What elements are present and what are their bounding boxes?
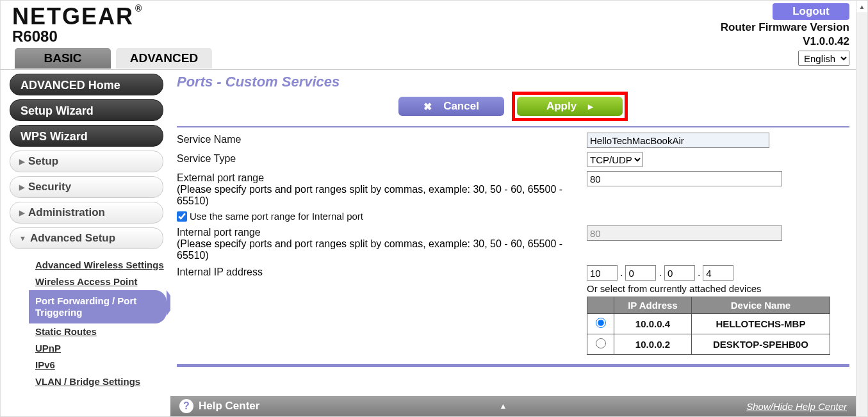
radio-device-2[interactable]: [596, 338, 606, 348]
input-ip-oct-2[interactable]: [625, 265, 656, 281]
cell-ip-2: 10.0.0.2: [614, 334, 692, 355]
dev-th-select: [587, 297, 614, 314]
chevron-right-icon: [19, 151, 24, 172]
apply-label: Apply: [546, 100, 577, 113]
input-ip-oct-3[interactable]: [664, 265, 695, 281]
dev-th-name: Device Name: [691, 297, 830, 314]
help-icon: ?: [179, 399, 193, 413]
device-table: IP Address Device Name 10.0.0.4 HELLOTEC…: [587, 297, 830, 355]
tab-basic[interactable]: BASIC: [15, 48, 111, 69]
input-service-name[interactable]: [587, 133, 769, 148]
checkbox-same-port[interactable]: [177, 211, 187, 222]
same-port-row: Use the same port range for Internal por…: [177, 211, 849, 222]
sidebar: ADVANCED Home Setup Wizard WPS Wizard Se…: [1, 70, 170, 416]
ip-dot: .: [698, 267, 700, 279]
label-int-port: Internal port range: [177, 225, 587, 238]
label-same-port: Use the same port range for Internal por…: [190, 211, 363, 222]
cell-name-2: DESKTOP-SPEHB0O: [691, 334, 830, 355]
chevron-right-icon: [19, 202, 24, 224]
sidebar-item-label: Advanced Setup: [30, 227, 115, 249]
sidebar-item-advanced-home[interactable]: ADVANCED Home: [10, 74, 163, 95]
sidebar-item-advanced-setup[interactable]: Advanced Setup: [10, 227, 163, 249]
sidebar-item-setup-wizard[interactable]: Setup Wizard: [10, 99, 163, 121]
tab-advanced[interactable]: ADVANCED: [116, 48, 212, 69]
help-bar: ? Help Center ▲ Show/Hide Help Center: [170, 396, 856, 416]
label-service-name: Service Name: [177, 133, 587, 145]
subnav-static-routes[interactable]: Static Routes: [35, 323, 165, 340]
sidebar-item-setup[interactable]: Setup: [10, 151, 163, 172]
chevron-right-icon: [19, 176, 24, 198]
language-select[interactable]: English: [798, 51, 849, 66]
table-row: 10.0.0.2 DESKTOP-SPEHB0O: [587, 334, 830, 355]
label-ext-port: External port range: [177, 171, 587, 184]
input-ip-oct-1[interactable]: [587, 265, 618, 281]
firmware-version: V1.0.0.42: [803, 35, 849, 48]
form-grid: Service Name Service Type TCP/UDP Extern…: [177, 133, 849, 355]
select-service-type[interactable]: TCP/UDP: [587, 152, 643, 167]
button-row: ✖ Cancel Apply ▶: [177, 92, 849, 127]
logo-text: NETGEAR®: [12, 3, 143, 30]
help-left: ? Help Center: [179, 399, 259, 413]
separator: [177, 364, 849, 367]
sidebar-item-label: Security: [28, 176, 71, 198]
label-service-type: Service Type: [177, 152, 587, 165]
tabs: BASIC ADVANCED: [15, 48, 212, 69]
note-ext-port: (Please specify ports and port ranges sp…: [177, 184, 587, 207]
subnav-adv-wireless[interactable]: Advanced Wireless Settings: [35, 257, 165, 274]
logo-registered-icon: ®: [135, 3, 143, 13]
subnav-port-forwarding[interactable]: Port Forwarding / Port Triggering: [29, 290, 167, 323]
ext-port-block: External port range (Please specify port…: [177, 171, 587, 207]
viewport: NETGEAR® R6080 Logout Router Firmware Ve…: [0, 0, 868, 417]
subnav-wireless-ap[interactable]: Wireless Access Point: [35, 274, 165, 290]
logout-button[interactable]: Logout: [773, 3, 849, 20]
chevron-up-icon[interactable]: ▲: [499, 402, 507, 411]
cell-ip-1: 10.0.0.4: [614, 314, 692, 334]
help-toggle-link[interactable]: Show/Hide Help Center: [746, 401, 847, 412]
int-port-block: Internal port range (Please specify port…: [177, 225, 587, 261]
input-ip-oct-4[interactable]: [703, 265, 733, 281]
close-icon: ✖: [423, 101, 432, 113]
input-ext-port[interactable]: [587, 171, 782, 186]
tab-row: BASIC ADVANCED English: [1, 48, 856, 69]
subnav-upnp[interactable]: UPnP: [35, 340, 165, 357]
chevron-down-icon: [19, 227, 26, 249]
sidebar-item-administration[interactable]: Administration: [10, 202, 163, 224]
dev-th-ip: IP Address: [614, 297, 692, 314]
sidebar-item-label: Administration: [28, 202, 105, 224]
panel-title: Ports - Custom Services: [177, 74, 849, 90]
help-title: Help Center: [199, 400, 259, 413]
model-number: R6080: [12, 28, 143, 45]
or-select-text: Or select from currently attached device…: [587, 283, 849, 294]
content-area: NETGEAR® R6080 Logout Router Firmware Ve…: [1, 1, 856, 416]
scrollbar-track[interactable]: [856, 12, 867, 416]
label-int-ip: Internal IP address: [177, 265, 587, 278]
play-icon: ▶: [588, 103, 593, 110]
logo-block: NETGEAR® R6080: [12, 3, 143, 48]
subnav-ipv6[interactable]: IPv6: [35, 357, 165, 373]
cancel-label: Cancel: [443, 100, 479, 113]
body-columns: ADVANCED Home Setup Wizard WPS Wizard Se…: [1, 69, 856, 416]
scrollbar-up-icon[interactable]: ▲: [856, 1, 867, 12]
main-panel: Ports - Custom Services ✖ Cancel Apply ▶: [170, 70, 856, 416]
note-int-port: (Please specify ports and port ranges sp…: [177, 238, 587, 261]
main-inner: Ports - Custom Services ✖ Cancel Apply ▶: [170, 70, 856, 396]
ip-dot: .: [620, 267, 623, 279]
sidebar-item-label: Setup: [28, 151, 58, 172]
header-right: Logout Router Firmware Version V1.0.0.42: [721, 3, 849, 48]
header: NETGEAR® R6080 Logout Router Firmware Ve…: [1, 1, 856, 48]
page-scrollbar[interactable]: ▲: [856, 1, 867, 416]
ip-row: . . .: [587, 265, 849, 281]
cell-name-1: HELLOTECHS-MBP: [691, 314, 830, 334]
apply-button[interactable]: Apply ▶: [517, 97, 623, 116]
table-row: 10.0.0.4 HELLOTECHS-MBP: [587, 314, 830, 334]
sidebar-item-wps-wizard[interactable]: WPS Wizard: [10, 125, 163, 147]
firmware-label: Router Firmware Version: [721, 21, 849, 34]
subnav-vlan-bridge[interactable]: VLAN / Bridge Settings: [35, 373, 165, 390]
ip-dot: .: [659, 267, 661, 279]
sidebar-item-security[interactable]: Security: [10, 176, 163, 198]
logo-word: NETGEAR: [12, 3, 134, 30]
sidebar-subnav: Advanced Wireless Settings Wireless Acce…: [10, 253, 165, 394]
cancel-button[interactable]: ✖ Cancel: [398, 97, 504, 116]
input-int-port: [587, 225, 782, 241]
radio-device-1[interactable]: [596, 318, 606, 328]
